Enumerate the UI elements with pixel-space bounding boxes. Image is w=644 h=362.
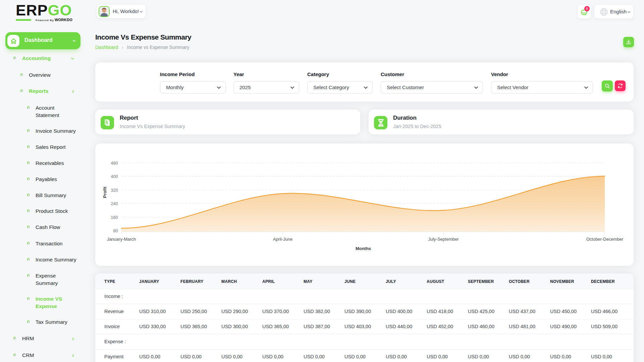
svg-text:April-June: April-June [273,237,293,242]
svg-text:October-December: October-December [586,237,624,242]
svg-text:320: 320 [111,188,118,193]
svg-text:Profit: Profit [102,186,107,198]
svg-text:480: 480 [111,161,118,166]
svg-text:160: 160 [111,215,118,220]
svg-text:400: 400 [111,174,118,179]
svg-text:Months: Months [356,246,371,251]
svg-text:240: 240 [111,201,118,206]
svg-text:July-September: July-September [428,237,459,242]
svg-text:80: 80 [113,228,118,233]
svg-text:January-March: January-March [107,237,136,242]
